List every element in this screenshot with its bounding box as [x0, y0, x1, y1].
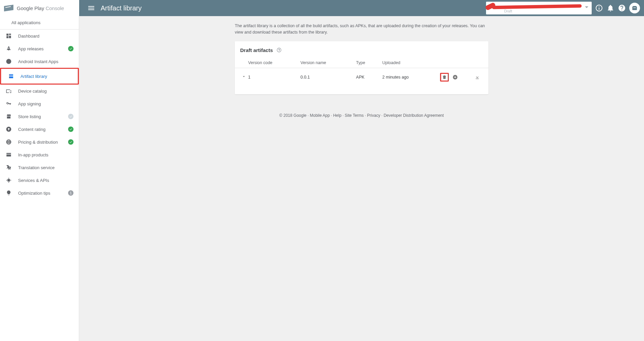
download-artifact-button[interactable]: [473, 73, 482, 82]
footer-link-site-terms[interactable]: Site Terms: [345, 113, 364, 118]
sidebar-item-label: Dashboard: [18, 34, 40, 39]
rocket-icon: [5, 45, 12, 52]
redacted-app-name: [489, 3, 582, 10]
sidebar-item-label: Store listing: [18, 114, 41, 119]
key-icon: [5, 100, 12, 107]
sidebar-back-label: All applications: [11, 20, 41, 25]
account-avatar[interactable]: [629, 3, 640, 13]
sidebar-item-app-releases[interactable]: App releases: [0, 42, 79, 55]
info-icon[interactable]: [595, 4, 603, 12]
main-content: The artifact library is a collection of …: [79, 16, 644, 341]
footer-link-help[interactable]: Help: [333, 113, 341, 118]
status-ok-icon: [68, 139, 73, 145]
highlight-artifact-library: Artifact library: [0, 68, 79, 85]
sidebar-item-services-apis[interactable]: Services & APIs: [0, 174, 79, 187]
notifications-icon[interactable]: [606, 4, 614, 12]
card-icon: [5, 151, 12, 158]
bolt-icon: [5, 58, 12, 65]
play-console-icon: [4, 5, 13, 11]
status-ok-icon: [68, 127, 73, 132]
brand-logo[interactable]: Google Play Console: [0, 0, 79, 16]
delete-artifact-button[interactable]: [440, 73, 449, 82]
app-bar: Google Play Console Artifact library Dra…: [0, 0, 644, 16]
devices-icon: [5, 88, 12, 94]
cell-version-code: 1: [248, 68, 301, 86]
api-icon: [5, 177, 12, 184]
footer-link-developer-distribution-agreement[interactable]: Developer Distribution Agreement: [384, 113, 444, 118]
sidebar-item-artifact-library[interactable]: Artifact library: [2, 70, 76, 83]
col-uploaded: Uploaded: [382, 58, 438, 68]
draft-artifacts-card: Draft artifacts Version code Version nam…: [235, 41, 488, 94]
dashboard-icon: [5, 33, 12, 39]
menu-toggle-icon[interactable]: [87, 4, 95, 12]
sidebar-item-label: In-app products: [18, 152, 48, 157]
badge-count: 1: [68, 190, 73, 196]
col-version-name: Version name: [301, 58, 356, 68]
sidebar-item-android-instant-apps[interactable]: Android Instant Apps: [0, 55, 79, 68]
card-title: Draft artifacts: [240, 47, 273, 53]
intro-text: The artifact library is a collection of …: [235, 23, 488, 36]
library-icon: [8, 73, 14, 80]
sidebar: All applications DashboardApp releasesAn…: [0, 16, 79, 341]
sidebar-item-store-listing[interactable]: Store listing: [0, 110, 79, 123]
sidebar-item-label: Optimization tips: [18, 191, 50, 196]
globe-icon: [5, 139, 12, 145]
sidebar-item-label: Content rating: [18, 127, 46, 132]
sidebar-item-label: Device catalog: [18, 89, 47, 94]
col-version-code: Version code: [248, 58, 301, 68]
sidebar-item-label: Artifact library: [20, 74, 47, 79]
app-status-label: Draft: [504, 9, 512, 13]
cell-type: APK: [356, 68, 382, 86]
store-icon: [5, 113, 12, 120]
add-artifact-button[interactable]: [451, 73, 460, 82]
sidebar-item-device-catalog[interactable]: Device catalog: [0, 85, 79, 97]
artifacts-table: Version code Version name Type Uploaded …: [235, 58, 488, 86]
rating-icon: [5, 126, 12, 133]
sidebar-item-label: Android Instant Apps: [18, 59, 58, 64]
status-ok-icon: [68, 46, 73, 51]
chevron-down-icon: [585, 6, 588, 8]
sidebar-item-pricing-distribution[interactable]: Pricing & distribution: [0, 136, 79, 148]
back-all-applications[interactable]: All applications: [0, 16, 79, 30]
app-selector[interactable]: Draft: [486, 2, 592, 14]
sidebar-item-label: Translation service: [18, 165, 55, 170]
footer-copyright: © 2018 Google: [279, 113, 307, 118]
expand-row-icon[interactable]: [241, 74, 246, 79]
cell-uploaded: 2 minutes ago: [382, 68, 438, 86]
sidebar-item-label: App releases: [18, 46, 44, 51]
sidebar-item-content-rating[interactable]: Content rating: [0, 123, 79, 136]
footer-link-privacy[interactable]: Privacy: [367, 113, 380, 118]
footer: © 2018 Google · Mobile App · Help · Site…: [235, 113, 488, 118]
cell-version-name: 0.0.1: [301, 68, 356, 86]
sidebar-item-translation-service[interactable]: Translation service: [0, 161, 79, 174]
sidebar-item-label: App signing: [18, 101, 41, 106]
sidebar-item-label: Services & APIs: [18, 178, 49, 183]
col-type: Type: [356, 58, 382, 68]
sidebar-item-app-signing[interactable]: App signing: [0, 97, 79, 110]
artifact-row: 10.0.1APK2 minutes ago: [235, 68, 488, 86]
status-muted-icon: [68, 114, 73, 119]
sidebar-item-label: Pricing & distribution: [18, 140, 58, 145]
sidebar-item-dashboard[interactable]: Dashboard: [0, 30, 79, 42]
sidebar-item-in-app-products[interactable]: In-app products: [0, 148, 79, 161]
translate-icon: [5, 164, 12, 171]
footer-link-mobile-app[interactable]: Mobile App: [310, 113, 330, 118]
brand-text: Google Play Console: [17, 5, 64, 11]
page-title: Artifact library: [101, 4, 142, 12]
help-tooltip-icon[interactable]: [276, 47, 282, 53]
help-icon[interactable]: [618, 4, 626, 12]
bulb-icon: [5, 190, 12, 196]
sidebar-item-optimization-tips[interactable]: Optimization tips1: [0, 187, 79, 199]
